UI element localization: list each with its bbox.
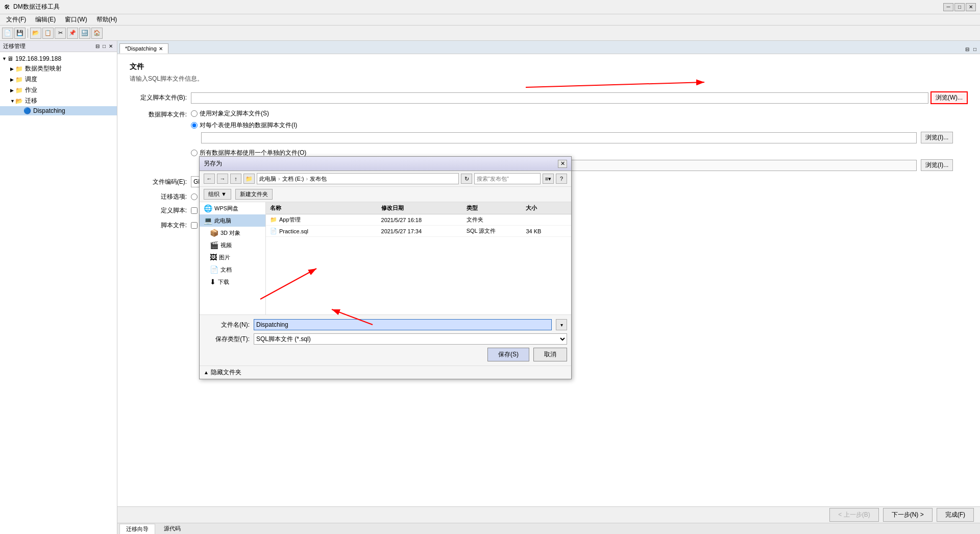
- file-date-practice: 2021/5/27 17:34: [377, 228, 462, 234]
- nav-item-downloads[interactable]: ⬇ 下载: [200, 276, 265, 288]
- per-table-path-input[interactable]: [201, 132, 917, 143]
- menu-help[interactable]: 帮助(H): [92, 14, 121, 25]
- toolbar-open[interactable]: 📂: [30, 28, 41, 39]
- view-options-button[interactable]: ≡▾: [543, 174, 554, 184]
- dialog-titlebar: 另存为 ✕: [200, 157, 571, 171]
- video-icon: 🎬: [210, 241, 218, 249]
- tree-arrow-job: ▶: [10, 88, 15, 93]
- tree-item-schedule[interactable]: ▶ 📁 调度: [0, 74, 117, 85]
- forward-nav-button[interactable]: →: [217, 174, 228, 184]
- toolbar-cut[interactable]: ✂: [55, 28, 66, 39]
- section-subtitle: 请输入SQL脚本文件信息。: [130, 75, 968, 83]
- maximize-button[interactable]: □: [954, 3, 965, 11]
- nav-item-wps[interactable]: 🌐 WPS网盘: [200, 202, 265, 214]
- tree-item-migration[interactable]: ▼ 📂 迁移: [0, 95, 117, 106]
- file-row-practice[interactable]: 📄 Practice.sql 2021/5/27 17:34 SQL 源文件 3…: [266, 226, 571, 237]
- toolbar-pin[interactable]: 📌: [67, 28, 78, 39]
- close-button[interactable]: ✕: [966, 3, 976, 11]
- nav-item-pc-label: 此电脑: [214, 217, 231, 225]
- back-nav-button[interactable]: ←: [204, 174, 215, 184]
- breadcrumb-release: 发布包: [310, 175, 327, 183]
- nav-item-pc[interactable]: 💻 此电脑: [200, 214, 265, 227]
- radio-use-def-label: 使用对象定义脚本文件(S): [200, 109, 269, 118]
- toolbar-save[interactable]: 💾: [14, 28, 26, 39]
- menu-window[interactable]: 窗口(W): [61, 14, 91, 25]
- file-main-area: 名称 修改日期 类型 大小 📁 App管理: [266, 202, 571, 314]
- toolbar: 📄 💾 📂 📋 ✂ 📌 🔙 🏠: [0, 26, 980, 41]
- per-table-browse-button[interactable]: 浏览(I)...: [921, 132, 953, 143]
- split-checkbox[interactable]: [191, 222, 198, 229]
- new-folder-button[interactable]: 新建文件夹: [235, 189, 273, 200]
- cancel-button[interactable]: 取消: [533, 348, 567, 361]
- filename-row: 文件名(N): ▾: [204, 319, 567, 330]
- nav-item-3d[interactable]: 📦 3D 对象: [200, 227, 265, 239]
- filename-input[interactable]: [254, 319, 552, 330]
- encoding-label: 文件编码(E):: [130, 178, 191, 186]
- tab-dispatching[interactable]: *Dispatching ✕: [119, 43, 168, 54]
- sql-icon-practice: 📄: [270, 228, 277, 234]
- filename-dropdown-button[interactable]: ▾: [556, 319, 567, 330]
- nav-item-pictures-label: 图片: [219, 254, 230, 261]
- title-bar-left: 🛠 DM数据迁移工具: [4, 3, 60, 11]
- def-script-checkbox[interactable]: [191, 207, 198, 214]
- single-file-browse-button[interactable]: 浏览(I)...: [921, 159, 953, 171]
- prev-button[interactable]: < 上一步(B): [829, 508, 878, 522]
- menu-edit[interactable]: 编辑(E): [31, 14, 60, 25]
- refresh-button[interactable]: ↻: [461, 174, 472, 184]
- app-title: DM数据迁移工具: [13, 3, 60, 11]
- breadcrumb-bar[interactable]: 此电脑 › 文档 (E:) › 发布包: [257, 173, 459, 184]
- toolbar-back[interactable]: 🔙: [79, 28, 90, 39]
- panel-header: 迁移管理 ⊟ □ ✕: [0, 41, 117, 52]
- next-button[interactable]: 下一步(N) >: [883, 508, 933, 522]
- menu-file[interactable]: 文件(F): [2, 14, 30, 25]
- finish-button[interactable]: 完成(F): [937, 508, 974, 522]
- tree-item-job[interactable]: ▶ 📁 作业: [0, 85, 117, 95]
- new-folder-label: 新建文件夹: [240, 191, 268, 197]
- col-size: 大小: [522, 203, 571, 213]
- toolbar-new[interactable]: 📄: [2, 28, 13, 39]
- folder-icon-nav: 📁: [243, 174, 255, 184]
- dialog-close-button[interactable]: ✕: [558, 160, 567, 168]
- title-bar-controls[interactable]: ─ □ ✕: [943, 3, 976, 11]
- toolbar-copy[interactable]: 📋: [42, 28, 54, 39]
- def-file-browse-button[interactable]: 浏览(W)...: [930, 91, 968, 104]
- hide-folder-row[interactable]: ▲ 隐藏文件夹: [200, 366, 571, 379]
- search-input[interactable]: [474, 173, 541, 184]
- nav-item-docs[interactable]: 📄 文档: [200, 263, 265, 276]
- col-type: 类型: [462, 203, 522, 213]
- nav-item-video[interactable]: 🎬 视频: [200, 239, 265, 251]
- def-file-input[interactable]: [191, 92, 928, 104]
- tree-server[interactable]: ▼ 🖥 192.168.199.188: [0, 54, 117, 63]
- radio-use-def[interactable]: [191, 110, 198, 117]
- nav-item-wps-label: WPS网盘: [214, 205, 238, 212]
- tab-nav-wizard[interactable]: 迁移向导: [119, 524, 155, 534]
- tab-ctrl-min[interactable]: ⊟: [964, 46, 971, 53]
- folder-icon-schedule: 📁: [15, 76, 23, 83]
- toolbar-home[interactable]: 🏠: [91, 28, 103, 39]
- organize-button[interactable]: 组织 ▼: [204, 189, 231, 200]
- migration-radio-1[interactable]: [191, 193, 198, 200]
- tab-nav-source[interactable]: 源代码: [157, 523, 187, 534]
- nav-item-pictures[interactable]: 🖼 图片: [200, 251, 265, 263]
- file-toolbar: ← → ↑ 📁 此电脑 › 文档 (E:) › 发布包 ↻ ≡▾ ?: [200, 171, 571, 187]
- file-type-app: 文件夹: [462, 216, 522, 224]
- radio-per-table[interactable]: [191, 122, 198, 129]
- tab-close-icon[interactable]: ✕: [159, 46, 163, 52]
- file-row-app[interactable]: 📁 App管理 2021/5/27 16:18 文件夹: [266, 214, 571, 226]
- up-nav-button[interactable]: ↑: [230, 174, 241, 184]
- panel-icon-1[interactable]: ⊟: [94, 43, 101, 50]
- tree-item-dispatching[interactable]: 🔵 Dispatching: [0, 106, 117, 115]
- minimize-button[interactable]: ─: [943, 3, 953, 11]
- tab-ctrl-max[interactable]: □: [972, 46, 978, 53]
- save-button[interactable]: 保存(S): [487, 348, 529, 361]
- filetype-select[interactable]: SQL脚本文件 (*.sql): [254, 333, 567, 345]
- organize-label: 组织 ▼: [208, 191, 227, 197]
- section-title: 文件: [130, 62, 968, 71]
- panel-icon-2[interactable]: □: [102, 43, 107, 50]
- radio-single-file[interactable]: [191, 150, 198, 156]
- help-button[interactable]: ?: [556, 174, 567, 184]
- nav-item-3d-label: 3D 对象: [220, 229, 240, 237]
- panel-icon-3[interactable]: ✕: [108, 43, 114, 50]
- main-layout: 迁移管理 ⊟ □ ✕ ▼ 🖥 192.168.199.188 ▶ 📁 数据类型映…: [0, 41, 980, 534]
- tree-item-datatype[interactable]: ▶ 📁 数据类型映射: [0, 63, 117, 74]
